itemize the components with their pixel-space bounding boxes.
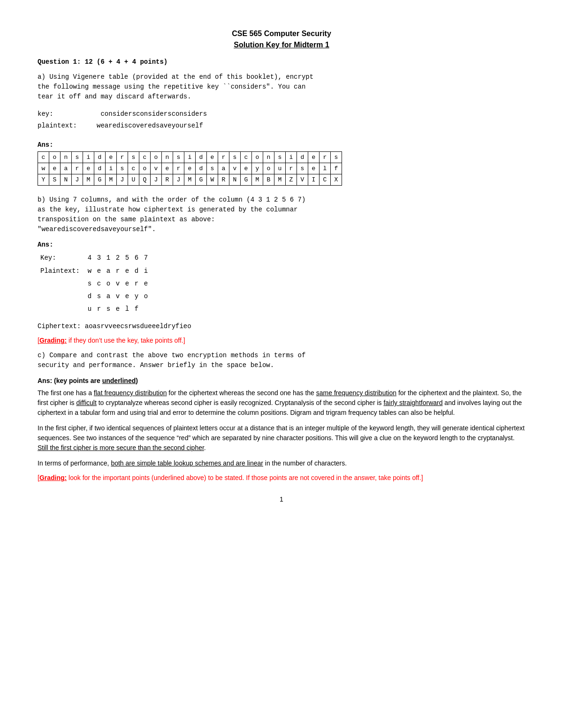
plain-cell: a [104,265,113,277]
cipher-cell: I [308,174,320,186]
cipher-cell: J [173,174,184,186]
cipher-cell: N [61,174,72,186]
plaintext-row-1: Plaintext: w e a r e d i [38,265,150,277]
plaintext-row-4: u r s e l f [38,303,150,315]
cipher-cell: s [72,152,83,163]
cipher-cell: J [117,174,128,186]
cipher-cell: a [61,163,72,174]
question-heading: Question 1: 12 (6 + 4 + 4 points) [38,58,525,66]
cipher-cell: e [162,163,173,174]
grading-text-b: if they don’t use the key, take points o… [67,337,185,344]
vigenere-cipher-table: considersconsidersconsiderswearediscover… [38,151,342,186]
ans-c-text: Ans: (key points are [38,377,102,384]
plaintext-row-3: d s a v e y o [38,291,150,302]
plaintext-value: wearediscoveredsaveyourself [97,122,203,129]
cipher-cell: i [83,152,94,163]
part-a-description: a) Using Vigenere table (provided at the… [38,72,525,102]
cipher-cell: e [308,152,320,163]
cipher-cell: o [139,163,151,174]
plaintext-label: plaintext: [38,122,77,129]
ans-a-label: Ans: [38,141,525,149]
underline-more-secure: Still the first cipher is more secure th… [38,444,204,451]
ans-c-close: ) [136,377,138,384]
cipher-cell: G [94,174,106,186]
cipher-cell: e [207,152,218,163]
plain-row-empty [38,303,84,315]
cipher-cell: s [297,163,308,174]
plain-cell: e [123,265,131,277]
cipher-cell: r [218,152,229,163]
cipher-cell: i [106,163,117,174]
cipher-cell: r [173,163,184,174]
plain-cell: y [132,291,141,302]
plaintext-row-2: s c o v e r e [38,278,150,290]
cipher-cell: V [297,174,308,186]
cipher-cell: c [241,152,252,163]
plain-cell: r [95,303,103,315]
cipher-cell: c [38,152,49,163]
cipher-cell: w [38,163,49,174]
plain-cell: e [142,278,150,290]
cipher-cell: v [229,163,241,174]
key-label: key: [38,110,53,118]
cipher-cell: i [184,152,196,163]
plain-cell: s [95,291,103,302]
plain-cell: r [114,265,122,277]
col-key: 4 [85,252,94,264]
cipher-cell: s [128,152,139,163]
grading-note-c: [Grading: look for the important points … [38,474,525,481]
key-value: considersconsidersconsiders [100,110,207,118]
ans-c-heading: Ans: (key points are underlined) [38,377,525,384]
document-title: Solution Key for Midterm 1 [38,39,525,51]
cipher-cell: M [184,174,196,186]
col-key: 6 [132,252,141,264]
cipher-cell: C [320,174,331,186]
underline-fairly-straight: fairly straightforward [383,399,442,406]
cipher-cell: X [331,174,342,186]
page-number: 1 [38,495,525,503]
cipher-cell: s [331,152,342,163]
plain-cell: o [104,278,113,290]
cipher-cell: l [320,163,331,174]
plain-cell: d [132,265,141,277]
cipher-cell: d [297,152,308,163]
cipher-cell: Z [286,174,297,186]
cipher-cell: e [106,152,117,163]
cipher-cell: r [286,163,297,174]
cipher-cell: e [308,163,320,174]
grading-text-c: look for the important points (underline… [67,474,423,481]
plain-cell: a [104,291,113,302]
plain-cell: v [114,291,122,302]
key-row-label: Key: [38,252,84,264]
cipher-cell: Q [139,174,151,186]
plain-cell: e [123,291,131,302]
plain-cell: c [95,278,103,290]
cipher-cell: c [128,163,139,174]
col-key: 3 [95,252,103,264]
plain-cell: l [123,303,131,315]
underline-flat-freq: flat frequency distribution [94,389,167,397]
underline-performance: both are simple table lookup schemes and… [111,459,263,467]
cipher-cell: J [72,174,83,186]
plain-cell: e [95,265,103,277]
plain-row-empty [38,291,84,302]
cipher-cell: s [173,152,184,163]
part-b-description: b) Using 7 columns, and with the order o… [38,195,525,234]
ans-c-para1: The first one has a flat frequency distr… [38,388,525,418]
key-line: key: considersconsidersconsiders [38,108,525,120]
cipher-cell: N [229,174,241,186]
cipher-cell: R [218,174,229,186]
cipher-cell: d [94,152,106,163]
plain-cell: e [123,278,131,290]
cipher-cell: W [207,174,218,186]
cipher-cell: n [162,152,173,163]
cipher-cell: y [252,163,263,174]
cipher-cell: e [49,163,61,174]
cipher-cell: n [263,152,274,163]
cipher-cell: f [331,163,342,174]
plain-cell [142,303,150,315]
ans-b-label: Ans: [38,241,525,248]
plain-cell: s [104,303,113,315]
cipher-cell: r [72,163,83,174]
cipher-cell: i [286,152,297,163]
